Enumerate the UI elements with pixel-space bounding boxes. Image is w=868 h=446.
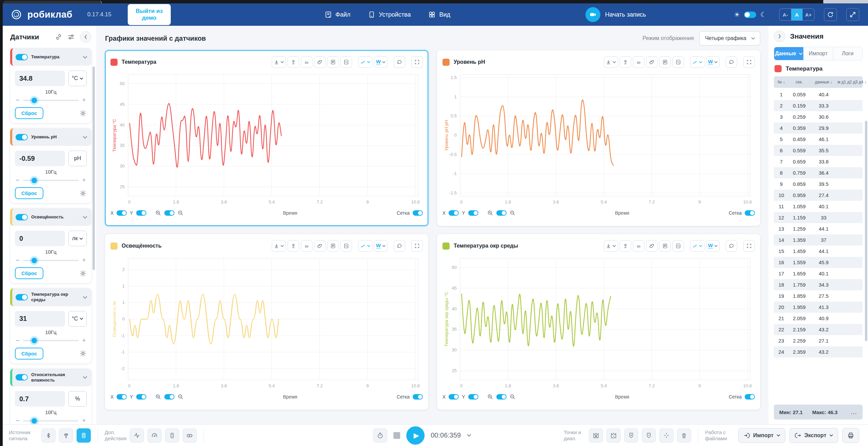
signal-button[interactable] [673,240,684,252]
fullscreen-app-button[interactable] [846,8,859,21]
usb-source-button[interactable] [59,428,73,443]
comment-button[interactable] [726,240,737,252]
col-number[interactable]: № ↓ [774,80,789,84]
frequency-slider[interactable] [23,420,79,422]
delete-button[interactable] [677,428,691,443]
table-row[interactable]: 16 1.559 45.9 [774,257,863,268]
reset-button[interactable]: Сброс [15,267,43,279]
crosshair-button[interactable] [659,428,674,443]
sensor-enable-toggle[interactable] [16,294,28,300]
y-axis-toggle[interactable] [136,394,146,400]
download-button[interactable] [604,56,618,68]
zoom-mode-toggle[interactable] [164,394,174,400]
annotation-button[interactable] [659,56,671,68]
y-axis-toggle[interactable] [468,210,478,216]
gauge-button[interactable] [147,428,162,443]
table-row[interactable]: 6 0.559 35.5 [774,145,863,156]
zoom-out-icon[interactable] [510,394,516,400]
battery-button[interactable] [183,428,197,443]
table-row[interactable]: 2 0.159 33.3 [774,100,863,111]
reset-button[interactable]: Сброс [15,187,43,199]
frequency-increase-button[interactable]: + [82,177,86,184]
zoom-mode-toggle[interactable] [164,210,174,216]
timer-button[interactable] [373,428,387,443]
font-normal-button[interactable]: A [791,9,803,20]
zoom-out-icon[interactable] [510,210,516,216]
sensor-settings-button[interactable] [79,270,87,277]
infinity-button[interactable]: ∞ [301,240,312,252]
tab-logs[interactable]: Логи [833,47,862,60]
sensor-unit-select[interactable]: °C [68,311,87,327]
infinity-button[interactable]: ∞ [633,56,644,68]
tab-data[interactable]: Данные [774,47,804,60]
reset-button[interactable]: Сброс [15,348,43,360]
sensor-settings-button[interactable] [79,190,87,197]
slider-knob[interactable] [30,336,39,345]
table-row[interactable]: 9 0.859 39.5 [774,178,863,190]
display-mode-select[interactable]: Четыре графика [699,31,760,45]
print-button[interactable] [842,428,859,443]
infinity-button[interactable]: ∞ [633,240,644,252]
zoom-auto-icon[interactable] [155,394,161,400]
chart-plot[interactable]: 01.83.65.47.2910.8504540353025Температур… [110,70,423,208]
attach-button[interactable] [646,56,658,68]
sensor-unit-select[interactable]: pH [68,151,87,166]
exit-demo-button[interactable]: Выйти из демо [128,4,171,25]
table-row[interactable]: 10 0.959 27.4 [774,190,863,201]
frequency-increase-button[interactable]: + [82,417,86,424]
calibration-button[interactable] [165,428,179,443]
range-add-button[interactable] [589,428,603,443]
wave-type-button[interactable]: W [706,56,720,68]
frequency-decrease-button[interactable]: − [16,337,20,344]
x-axis-toggle[interactable] [117,210,127,216]
sensor-value-field[interactable]: -0.59 [15,151,65,166]
table-row[interactable]: 12 1.159 33 [774,212,863,223]
zoom-mode-toggle[interactable] [496,210,507,216]
table-row[interactable]: 11 1.059 40.1 [774,201,863,212]
frequency-increase-button[interactable]: + [82,257,86,264]
frequency-slider[interactable] [23,100,79,101]
signal-check-button[interactable] [130,428,144,443]
grid-toggle[interactable] [745,210,755,216]
sidebar-scrollbar[interactable] [92,66,95,270]
slider-knob[interactable] [30,256,39,265]
slider-knob[interactable] [30,416,39,425]
infinity-button[interactable]: ∞ [301,56,312,68]
zoom-auto-icon[interactable] [487,394,493,400]
zoom-auto-icon[interactable] [155,210,161,216]
chart-type-button[interactable] [690,56,704,68]
values-table-header[interactable]: № ↓ сек. данные ↓ м д1 д2 д3 д4 ↓ [774,76,863,88]
signal-button[interactable] [340,240,352,252]
frequency-decrease-button[interactable]: − [16,97,20,104]
frequency-decrease-button[interactable]: − [16,177,20,184]
table-row[interactable]: 4 0.359 29.9 [774,122,863,134]
font-smaller-button[interactable]: A- [780,9,791,20]
point-add-button[interactable] [624,428,638,443]
annotation-button[interactable] [327,56,339,68]
table-row[interactable]: 21 2.059 40.9 [774,313,863,324]
more-button[interactable]: ... [851,409,857,415]
table-row[interactable]: 19 1.859 27.5 [774,290,863,302]
comment-button[interactable] [394,56,405,68]
values-scrollbar[interactable] [865,121,867,341]
chart-plot[interactable]: 01.83.65.47.2910.8504540353025Температур… [442,254,755,391]
zoom-mode-toggle[interactable] [496,394,507,400]
frequency-decrease-button[interactable]: − [16,417,20,424]
chart-plot[interactable]: 01.83.65.47.2910.82110-1-1-2Освещенность… [110,254,423,391]
play-button[interactable]: ▶ [406,426,425,445]
table-row[interactable]: 18 1.759 34.3 [774,279,863,290]
sensor-settings-button[interactable] [79,350,87,357]
x-axis-toggle[interactable] [449,394,459,400]
table-row[interactable]: 22 2.159 43.2 [774,324,863,335]
bluetooth-source-button[interactable] [41,428,56,443]
marker-button[interactable] [620,56,631,68]
signal-button[interactable] [673,56,684,68]
table-row[interactable]: 14 1.359 37 [774,234,863,246]
refresh-button[interactable] [824,8,837,21]
menu-devices[interactable]: Устройства [368,11,411,18]
chart-type-button[interactable] [358,56,372,68]
stop-button[interactable] [393,432,400,439]
sensor-value-field[interactable]: 31 [15,311,65,327]
sensor-enable-toggle[interactable] [16,214,28,220]
x-axis-toggle[interactable] [449,210,459,216]
